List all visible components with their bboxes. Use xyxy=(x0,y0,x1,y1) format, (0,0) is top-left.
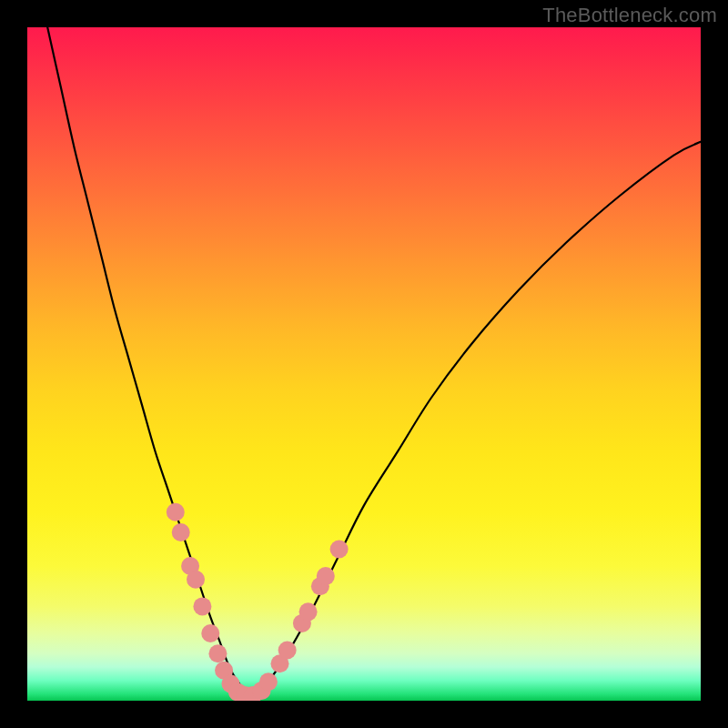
marker-point xyxy=(167,503,185,521)
marker-point xyxy=(299,602,318,621)
bottleneck-curve xyxy=(47,27,701,694)
marker-point xyxy=(330,541,349,559)
marker-point xyxy=(187,571,205,589)
highlighted-points xyxy=(167,503,349,701)
chart-frame: TheBottleneck.com xyxy=(0,0,728,728)
marker-point xyxy=(208,644,227,662)
marker-point xyxy=(278,642,297,660)
marker-point xyxy=(193,597,211,615)
curve-layer xyxy=(27,27,701,701)
marker-point xyxy=(317,567,335,585)
marker-point xyxy=(172,523,190,541)
watermark-text: TheBottleneck.com xyxy=(542,4,717,27)
marker-point xyxy=(259,672,278,691)
plot-area xyxy=(27,27,701,701)
marker-point xyxy=(201,624,219,642)
